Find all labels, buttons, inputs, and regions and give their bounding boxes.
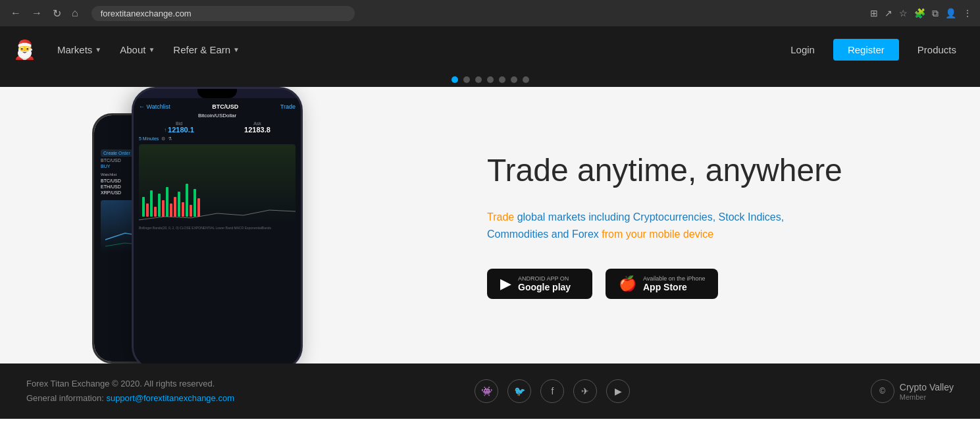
- hero-headline: Trade anytime, anywhere: [487, 151, 941, 190]
- dot-2[interactable]: [463, 76, 470, 83]
- slider-dots: [0, 72, 980, 87]
- markets-chevron-icon: ▼: [95, 46, 101, 53]
- phone-currency: Bitcoin/USDollar: [139, 113, 296, 119]
- nav-markets[interactable]: Markets ▼: [49, 39, 109, 61]
- dot-3[interactable]: [475, 76, 482, 83]
- dot-5[interactable]: [499, 76, 505, 83]
- share-icon: ↗: [885, 8, 892, 18]
- phone-front: ← Watchlist BTC/USD Trade Bitcoin/USDoll…: [132, 87, 303, 363]
- browser-right-icons: ⊞ ↗ ☆ 🧩 ⧉ 👤 ⋮: [870, 8, 972, 19]
- footer-left: Forex Titan Exchange © 2020. All rights …: [26, 377, 234, 406]
- app-buttons: ▶ ANDROID APP ON Google play 🍎 Available…: [487, 269, 941, 299]
- google-play-button[interactable]: ▶ ANDROID APP ON Google play: [487, 269, 592, 299]
- home-button[interactable]: ⌂: [69, 5, 81, 22]
- footer-contact: General information: support@forextitane…: [26, 391, 234, 406]
- phone-back-nav: ← Watchlist: [139, 103, 170, 110]
- phone-area: WELCOME Create Order BTC/USD Market BUY …: [0, 87, 461, 363]
- app-store-text: Available on the iPhone App Store: [643, 275, 705, 292]
- apple-icon: 🍎: [619, 275, 636, 292]
- timeframe-selector: 5 Minutes ⚙ ⚗: [139, 136, 296, 142]
- browser-chrome: ← → ↻ ⌂ forextitanexchange.com ⊞ ↗ ☆ 🧩 ⧉…: [0, 0, 980, 26]
- dot-7[interactable]: [523, 76, 529, 83]
- dot-6[interactable]: [511, 76, 517, 83]
- app-store-button[interactable]: 🍎 Available on the iPhone App Store: [606, 269, 718, 299]
- extension-icon: 🧩: [914, 8, 925, 18]
- bid-value: 12180.1: [168, 126, 194, 134]
- 5min-tab[interactable]: 5 Minutes: [139, 136, 159, 142]
- twitter-icon[interactable]: 🐦: [507, 379, 531, 403]
- bookmark-icon: ☆: [899, 8, 908, 18]
- crypto-valley-member: Member: [900, 393, 954, 401]
- google-play-icon: ▶: [500, 275, 511, 292]
- google-play-text: ANDROID APP ON Google play: [518, 275, 571, 292]
- right-area: Trade anytime, anywhere Trade global mar…: [461, 87, 980, 363]
- products-button[interactable]: Products: [907, 39, 967, 61]
- indicator-icon: ⚗: [168, 136, 172, 142]
- subtext-orange: Trade: [487, 211, 517, 223]
- back-button[interactable]: ←: [8, 5, 24, 22]
- subtext-part3: from your mobile device: [599, 228, 713, 240]
- crypto-valley-icon: ©: [871, 379, 894, 403]
- forward-button[interactable]: →: [29, 5, 45, 22]
- youtube-icon[interactable]: ▶: [606, 379, 630, 403]
- navbar: 🎅 Markets ▼ About ▼ Refer & Earn ▼ Login…: [0, 26, 980, 72]
- profile-icon: 👤: [945, 8, 956, 18]
- nav-right: Login Register Products: [780, 39, 967, 61]
- about-chevron-icon: ▼: [148, 46, 155, 53]
- facebook-icon[interactable]: f: [540, 379, 564, 403]
- ask-label: Ask: [244, 121, 271, 126]
- main-content: WELCOME Create Order BTC/USD Market BUY …: [0, 87, 980, 363]
- tools-icon: ⚙: [161, 136, 165, 142]
- google-play-sub: ANDROID APP ON: [518, 275, 571, 282]
- hero-subtext: Trade global markets including Cryptocur…: [487, 209, 816, 242]
- cast-icon: ⊞: [870, 8, 878, 18]
- phone-trade: Trade: [280, 103, 296, 110]
- logo-icon: 🎅: [13, 40, 36, 60]
- copyright-text: Forex Titan Exchange © 2020. All rights …: [26, 377, 234, 391]
- nav-refer-earn[interactable]: Refer & Earn ▼: [165, 39, 247, 61]
- address-bar[interactable]: forextitanexchange.com: [91, 6, 355, 21]
- logo: 🎅: [13, 39, 36, 61]
- phone-btcusd: BTC/USD: [212, 103, 238, 110]
- tab-icon: ⧉: [932, 8, 939, 19]
- login-button[interactable]: Login: [780, 39, 825, 61]
- arrow-up-icon: ↑: [164, 127, 167, 133]
- app-store-sub: Available on the iPhone: [643, 275, 705, 282]
- footer-email[interactable]: support@forextitanexchange.com: [106, 393, 234, 403]
- phone-chart: [139, 144, 296, 223]
- footer-social-icons: 👾 🐦 f ✈ ▶: [475, 379, 630, 403]
- refresh-button[interactable]: ↻: [50, 5, 64, 22]
- register-button[interactable]: Register: [833, 39, 899, 61]
- nav-items: Markets ▼ About ▼ Refer & Earn ▼: [49, 39, 247, 61]
- bid-label: Bid: [164, 121, 194, 126]
- phone-notch: [197, 89, 237, 98]
- reddit-icon[interactable]: 👾: [475, 379, 498, 403]
- crypto-valley: © Crypto Valley Member: [871, 379, 954, 403]
- dot-1[interactable]: [451, 76, 458, 83]
- crypto-valley-label: Crypto Valley: [900, 382, 954, 392]
- nav-about[interactable]: About ▼: [112, 39, 163, 61]
- refer-chevron-icon: ▼: [233, 46, 240, 53]
- telegram-icon[interactable]: ✈: [573, 379, 597, 403]
- ask-value: 12183.8: [244, 126, 271, 134]
- footer: Forex Titan Exchange © 2020. All rights …: [0, 363, 980, 419]
- dot-4[interactable]: [487, 76, 494, 83]
- app-store-main: App Store: [643, 282, 705, 292]
- google-play-main: Google play: [518, 282, 571, 292]
- menu-icon: ⋮: [963, 8, 972, 18]
